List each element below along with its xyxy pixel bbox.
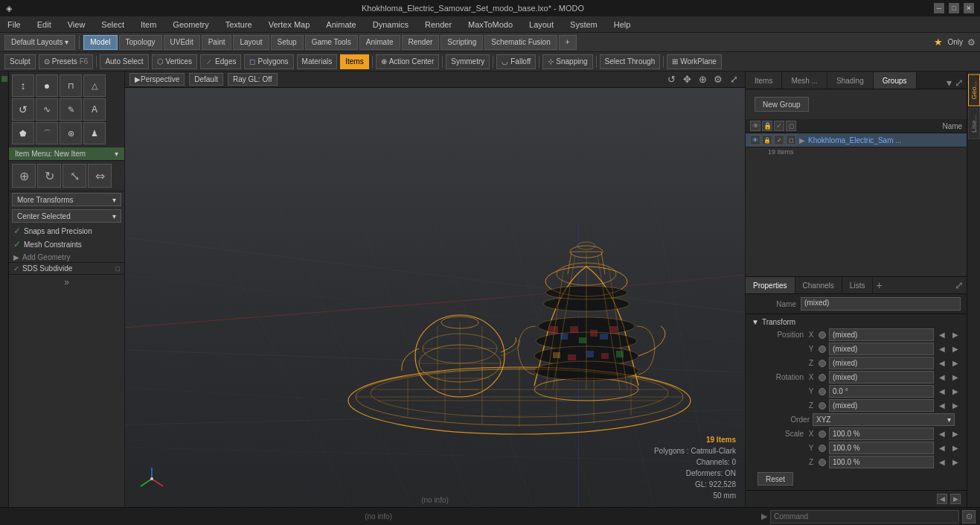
tab-paint[interactable]: Paint (202, 35, 232, 50)
minimize-btn[interactable]: ─ (934, 3, 944, 13)
position-z-value[interactable]: (mixed) (829, 357, 934, 369)
pos-y-circle[interactable] (819, 346, 826, 353)
menu-system[interactable]: System (567, 20, 601, 29)
tab-game-tools[interactable]: Game Tools (305, 35, 358, 50)
menu-help[interactable]: Help (611, 20, 634, 29)
props-nav-next[interactable]: ▶ (950, 494, 961, 504)
add-geometry-section[interactable]: ▶ Add Geometry (9, 251, 124, 262)
tab-shading[interactable]: Shading (827, 72, 874, 89)
falloff-btn[interactable]: ◡ Falloff (496, 54, 536, 69)
tool-pen[interactable]: ✎ (60, 98, 82, 121)
props-nav-prev[interactable]: ◀ (937, 494, 947, 504)
scale-y-value[interactable]: 100.0 % (829, 442, 934, 454)
pos-y-inc[interactable]: ▶ (950, 344, 961, 354)
scale-x-circle[interactable] (819, 430, 826, 438)
gear-icon[interactable]: ⚙ (967, 37, 976, 48)
tool-curve[interactable]: ⌒ (36, 122, 58, 144)
lock-icon[interactable]: 🔒 (762, 121, 772, 131)
action-center-btn[interactable]: ⊕ Action Center (376, 54, 440, 69)
scale-y-circle[interactable] (819, 445, 826, 452)
item-menu-dropdown[interactable]: Item Menu: New Item ▾ (9, 147, 124, 161)
menu-maxtomodo[interactable]: MaxToModo (465, 20, 516, 29)
viewport[interactable]: ▶ Perspective Default Ray GL: Off ↺ ✥ ⊕ … (125, 71, 745, 507)
group-lock-icon[interactable]: 🔒 (762, 135, 772, 145)
tool-cone[interactable]: △ (83, 74, 106, 97)
rot-x-inc[interactable]: ▶ (950, 372, 961, 383)
menu-item[interactable]: Item (138, 20, 159, 29)
scale-z-circle[interactable] (819, 459, 826, 466)
scale-z-inc[interactable]: ▶ (950, 457, 961, 468)
scene-3d[interactable]: 19 Items Polygons : Catmull-Clark Channe… (125, 88, 745, 507)
menu-animate[interactable]: Animate (323, 20, 359, 29)
check-icon[interactable]: ✓ (774, 121, 784, 131)
rot-y-dec[interactable]: ◀ (937, 386, 947, 397)
order-select[interactable]: XYZ ▾ (813, 413, 955, 426)
scale-z-value[interactable]: 100.0 % (829, 456, 934, 468)
pos-y-dec[interactable]: ◀ (937, 344, 947, 354)
items-btn[interactable]: Items (340, 54, 368, 69)
props-tab-channels[interactable]: Channels (795, 277, 842, 293)
center-selected-dropdown[interactable]: Center Selected ▾ (12, 209, 121, 223)
group-item[interactable]: 👁 🔒 ✓ ◻ ▶ Khokhloma_Electric_Sam ... (746, 133, 967, 147)
more-btn[interactable]: » (9, 274, 124, 290)
tab-animate[interactable]: Animate (359, 35, 400, 50)
rotation-x-value[interactable]: (mixed) (829, 371, 934, 384)
scale-x-inc[interactable]: ▶ (950, 429, 961, 439)
group-shape-icon[interactable]: ◻ (786, 135, 796, 145)
tool-sphere[interactable]: ● (36, 74, 58, 97)
transform-move[interactable]: ⊕ (12, 164, 36, 188)
scale-x-dec[interactable]: ◀ (937, 429, 947, 439)
menu-render[interactable]: Render (422, 20, 455, 29)
pos-x-circle[interactable] (819, 331, 826, 339)
menu-layout[interactable]: Layout (526, 20, 557, 29)
pos-x-inc[interactable]: ▶ (950, 330, 961, 340)
menu-texture[interactable]: Texture (222, 20, 255, 29)
more-transforms-dropdown[interactable]: More Transforms ▾ (12, 193, 121, 206)
pos-z-circle[interactable] (819, 360, 826, 367)
new-group-button[interactable]: New Group (755, 97, 809, 112)
props-expand-btn[interactable]: ⤢ (955, 279, 967, 291)
tab-layout[interactable]: Layout (233, 35, 269, 50)
pos-z-inc[interactable]: ▶ (950, 358, 961, 369)
menu-dynamics[interactable]: Dynamics (370, 20, 411, 29)
default-view-btn[interactable]: Default (189, 73, 223, 86)
vp-icon-expand[interactable]: ⤢ (727, 74, 740, 85)
sds-subdivide-item[interactable]: ✓ SDS Subdivide □ (9, 262, 124, 274)
scale-x-value[interactable]: 100.0 % (829, 427, 934, 440)
vertices-btn[interactable]: ⬡ Vertices (152, 54, 198, 69)
rot-z-circle[interactable] (819, 402, 826, 410)
props-tab-properties[interactable]: Properties (746, 277, 795, 293)
menu-view[interactable]: View (65, 20, 89, 29)
auto-select-btn[interactable]: Auto Select (100, 54, 148, 69)
rotation-z-value[interactable]: (mixed) (829, 399, 934, 412)
tab-scripting[interactable]: Scripting (441, 35, 483, 50)
tool-text[interactable]: A (83, 98, 106, 121)
tab-groups[interactable]: Groups (874, 72, 917, 89)
tool-brush[interactable]: ⊛ (60, 122, 82, 144)
rot-z-inc[interactable]: ▶ (950, 401, 961, 411)
group-eye-icon[interactable]: 👁 (750, 135, 760, 145)
select-through-btn[interactable]: Select Through (600, 54, 661, 69)
tab-model[interactable]: Model (83, 35, 117, 50)
position-y-value[interactable]: (mixed) (829, 343, 934, 355)
menu-select[interactable]: Select (98, 20, 127, 29)
ray-gl-btn[interactable]: Ray GL: Off (228, 73, 278, 86)
props-name-value[interactable]: (mixed) (801, 297, 961, 311)
rot-z-dec[interactable]: ◀ (937, 401, 947, 411)
props-add-btn[interactable]: + (876, 279, 882, 291)
transform-scale[interactable]: ⤡ (63, 164, 86, 188)
scale-z-dec[interactable]: ◀ (937, 457, 947, 468)
tab-setup[interactable]: Setup (271, 35, 304, 50)
position-x-value[interactable]: (mixed) (829, 328, 934, 341)
tab-topology[interactable]: Topology (119, 35, 162, 50)
tab-render[interactable]: Render (402, 35, 440, 50)
snaps-precision-item[interactable]: ✓ Snaps and Precision (9, 224, 124, 238)
right-expand-icon[interactable]: ⤢ (955, 77, 964, 89)
menu-geometry[interactable]: Geometry (170, 20, 211, 29)
vp-icon-pan[interactable]: ✥ (680, 74, 694, 85)
symmetry-btn[interactable]: Symmetry (446, 54, 490, 69)
rot-y-circle[interactable] (819, 388, 826, 395)
pos-x-dec[interactable]: ◀ (937, 330, 947, 340)
transform-mirror[interactable]: ⇔ (88, 164, 112, 188)
presets-btn[interactable]: ⊙ Presets F6 (39, 54, 94, 69)
